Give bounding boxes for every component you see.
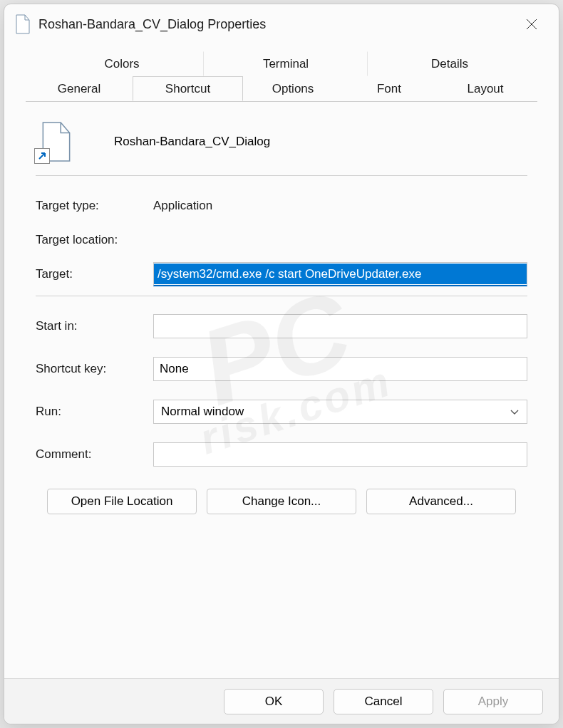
start-in-input[interactable] [153, 314, 527, 338]
tab-general[interactable]: General [26, 76, 133, 101]
footer: OK Cancel Apply [4, 678, 559, 724]
label-start-in: Start in: [36, 319, 146, 333]
label-comment: Comment: [36, 447, 146, 462]
row-comment: Comment: [36, 437, 527, 472]
row-target-type: Target type: Application [36, 189, 527, 223]
open-file-location-button[interactable]: Open File Location [47, 489, 197, 514]
tab-terminal[interactable]: Terminal [204, 51, 368, 76]
comment-input[interactable] [153, 442, 527, 467]
divider [36, 175, 527, 176]
run-select[interactable]: Normal window [153, 400, 527, 424]
close-icon [526, 19, 537, 30]
row-target: Target: /system32/cmd.exe /c start OneDr… [36, 257, 527, 291]
row-shortcut-key: Shortcut key: [36, 352, 527, 386]
file-icon [14, 14, 31, 34]
content-area: PC risk.com Colors Terminal Details Gene… [4, 44, 559, 678]
row-run: Run: Normal window [36, 395, 527, 429]
titlebar: Roshan-Bandara_CV_Dialog Properties [4, 4, 559, 44]
shortcut-file-icon [36, 121, 77, 162]
run-value: Normal window [161, 405, 244, 419]
ok-button[interactable]: OK [224, 689, 324, 714]
row-target-location: Target location: [36, 223, 527, 257]
label-target: Target: [36, 267, 146, 281]
properties-dialog: Roshan-Bandara_CV_Dialog Properties PC r… [4, 4, 559, 724]
target-field-wrap: /system32/cmd.exe /c start OneDriveUpdat… [153, 262, 527, 286]
apply-button[interactable]: Apply [443, 689, 543, 714]
tab-divider [26, 101, 537, 102]
chevron-down-icon [510, 407, 520, 417]
shortcut-panel: Target type: Application Target location… [26, 101, 537, 514]
tab-options[interactable]: Options [243, 76, 343, 101]
label-target-type: Target type: [36, 199, 146, 213]
row-start-in: Start in: [36, 309, 527, 343]
value-target-type: Application [153, 199, 212, 213]
label-shortcut-key: Shortcut key: [36, 362, 146, 376]
action-buttons: Open File Location Change Icon... Advanc… [36, 489, 527, 514]
tab-layout[interactable]: Layout [435, 76, 535, 101]
shortcut-key-input[interactable] [153, 357, 527, 381]
file-name-input[interactable] [114, 132, 527, 152]
tab-colors[interactable]: Colors [40, 51, 204, 76]
shortcut-arrow-icon [34, 148, 50, 164]
divider [36, 296, 527, 296]
tab-font[interactable]: Font [343, 76, 435, 101]
header-row [36, 121, 527, 162]
tab-shortcut[interactable]: Shortcut [133, 76, 243, 101]
advanced-button[interactable]: Advanced... [366, 489, 516, 514]
cancel-button[interactable]: Cancel [334, 689, 433, 714]
close-button[interactable] [515, 10, 549, 38]
label-run: Run: [36, 405, 146, 419]
window-title: Roshan-Bandara_CV_Dialog Properties [38, 17, 507, 32]
tabs: Colors Terminal Details General Shortcut… [26, 51, 537, 101]
label-target-location: Target location: [36, 233, 146, 247]
target-input[interactable] [153, 262, 527, 286]
change-icon-button[interactable]: Change Icon... [207, 489, 356, 514]
tab-details[interactable]: Details [368, 51, 532, 76]
